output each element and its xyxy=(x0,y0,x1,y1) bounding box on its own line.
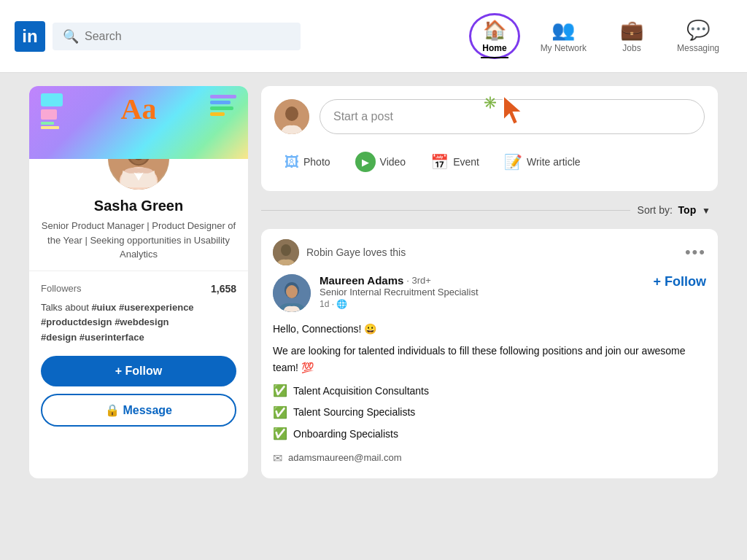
photo-action-button[interactable]: 🖼 Photo xyxy=(274,148,341,176)
sort-bar: Sort by: Top ▼ xyxy=(261,200,718,220)
loves-text: Robin Gaye loves this xyxy=(306,246,406,258)
sparkle-icon: ✳️ xyxy=(483,96,498,109)
list-item: ✅ Talent Acquisition Consultants xyxy=(273,381,706,400)
video-icon: ▶ xyxy=(355,152,376,172)
loves-avatar-svg xyxy=(273,239,299,265)
loves-avatar xyxy=(273,239,299,265)
svg-point-7 xyxy=(285,106,298,121)
feed-post-card: Robin Gaye loves this ••• Maure xyxy=(261,229,718,478)
author-avatar xyxy=(273,274,311,312)
author-info: Maureen Adams · 3rd+ Senior Internal Rec… xyxy=(320,274,644,309)
followers-count: 1,658 xyxy=(211,283,236,295)
nav-jobs[interactable]: 💼 Jobs xyxy=(607,13,657,59)
article-label: Write article xyxy=(527,156,581,168)
author-title: Senior Internal Recruitment Specialist xyxy=(320,287,644,298)
followers-row: Followers 1,658 xyxy=(29,280,248,298)
author-name: Maureen Adams xyxy=(320,274,403,287)
post-positions-list: ✅ Talent Acquisition Consultants ✅ Talen… xyxy=(273,381,706,443)
position-0: Talent Acquisition Consultants xyxy=(293,383,429,399)
hashtags: Talks about #uiux #userexperience #produ… xyxy=(29,300,248,346)
home-icon: 🏠 xyxy=(483,19,506,42)
post-actions: 🖼 Photo ▶ Video 📅 Event 📝 Write article xyxy=(274,146,705,178)
svg-point-9 xyxy=(281,244,291,256)
nav-home-label: Home xyxy=(482,43,506,53)
profile-info: Sasha Green Senior Product Manager | Pro… xyxy=(29,198,248,262)
event-action-button[interactable]: 📅 Event xyxy=(420,147,489,176)
linkedin-logo: in xyxy=(15,21,45,52)
messaging-icon: 💬 xyxy=(686,19,710,42)
follow-button[interactable]: + Follow xyxy=(41,356,236,386)
message-button[interactable]: 🔒 Message xyxy=(41,394,236,427)
nav-jobs-label: Jobs xyxy=(622,43,640,53)
article-action-button[interactable]: 📝 Write article xyxy=(494,147,591,176)
nav-items: 🏠 Home 👥 My Network 💼 Jobs 💬 Messaging xyxy=(469,13,732,59)
sort-label[interactable]: Sort by: Top ▼ xyxy=(630,204,718,216)
followers-label: Followers xyxy=(41,283,82,294)
profile-title: Senior Product Manager | Product Designe… xyxy=(41,219,236,262)
search-input[interactable] xyxy=(85,30,290,43)
svg-point-12 xyxy=(286,285,298,298)
sort-prefix: Sort by: xyxy=(638,204,673,216)
photo-label: Photo xyxy=(303,156,330,168)
post-body: We are looking for talented individuals … xyxy=(273,343,706,376)
post-user-avatar xyxy=(274,99,309,134)
post-box: Start a post ✳️ 🖼 Photo ▶ Video 📅 Event xyxy=(261,86,718,191)
photo-icon: 🖼 xyxy=(285,154,299,171)
video-action-button[interactable]: ▶ Video xyxy=(345,146,417,178)
banner-lines xyxy=(210,95,236,116)
loves-row: Robin Gaye loves this ••• xyxy=(273,239,706,265)
nav-network[interactable]: 👥 My Network xyxy=(527,13,600,59)
main-content: Aa xyxy=(0,73,747,491)
article-icon: 📝 xyxy=(504,153,522,171)
post-content: Hello, Connections! 😀 We are looking for… xyxy=(273,321,706,468)
inline-follow-button[interactable]: + Follow xyxy=(653,274,706,289)
profile-divider xyxy=(29,271,248,271)
check-icon: ✅ xyxy=(273,381,287,400)
header: in 🔍 🏠 Home 👥 My Network 💼 Jobs 💬 Messag… xyxy=(0,0,747,73)
banner-aa-text: Aa xyxy=(121,92,157,126)
position-1: Talent Sourcing Specialists xyxy=(293,404,415,420)
search-icon: 🔍 xyxy=(63,28,79,44)
nav-home[interactable]: 🏠 Home xyxy=(469,13,519,59)
sort-dropdown-icon[interactable]: ▼ xyxy=(702,206,711,216)
start-post-label: Start a post xyxy=(333,110,393,122)
list-item: ✅ Talent Sourcing Specialists xyxy=(273,403,706,422)
post-avatar-svg xyxy=(274,99,309,134)
profile-banner: Aa xyxy=(29,86,248,159)
network-icon: 👥 xyxy=(551,19,575,42)
event-icon: 📅 xyxy=(430,153,449,171)
list-item: ✅ Onboarding Specialists xyxy=(273,424,706,443)
email-address: adamsmaureen@mail.com xyxy=(288,451,402,466)
profile-name: Sasha Green xyxy=(41,198,236,214)
event-label: Event xyxy=(453,156,479,168)
nav-network-label: My Network xyxy=(541,43,587,53)
nav-messaging[interactable]: 💬 Messaging xyxy=(664,13,732,59)
author-meta: 1d · 🌐 xyxy=(320,299,644,309)
author-avatar-svg xyxy=(273,274,311,312)
start-post-input[interactable]: Start a post ✳️ xyxy=(320,99,705,134)
loves-left: Robin Gaye loves this xyxy=(273,239,406,265)
position-2: Onboarding Specialists xyxy=(293,426,398,442)
nav-messaging-label: Messaging xyxy=(677,43,719,53)
post-options-button[interactable]: ••• xyxy=(685,243,706,262)
check-icon: ✅ xyxy=(273,424,287,443)
sort-value: Top xyxy=(678,204,697,216)
sort-line xyxy=(261,210,630,211)
post-author-row: Maureen Adams · 3rd+ Senior Internal Rec… xyxy=(273,274,706,312)
check-icon: ✅ xyxy=(273,403,287,422)
feed: Start a post ✳️ 🖼 Photo ▶ Video 📅 Event xyxy=(261,86,718,478)
post-intro: Hello, Connections! 😀 xyxy=(273,321,706,337)
jobs-icon: 💼 xyxy=(620,19,643,42)
banner-decoration xyxy=(41,93,63,129)
email-icon: ✉ xyxy=(273,449,282,468)
video-label: Video xyxy=(380,156,406,168)
profile-card: Aa xyxy=(29,86,248,478)
email-row: ✉ adamsmaureen@mail.com xyxy=(273,449,706,468)
post-input-row: Start a post ✳️ xyxy=(274,99,705,134)
search-bar[interactable]: 🔍 xyxy=(53,23,301,50)
author-degree: · 3rd+ xyxy=(406,275,431,286)
